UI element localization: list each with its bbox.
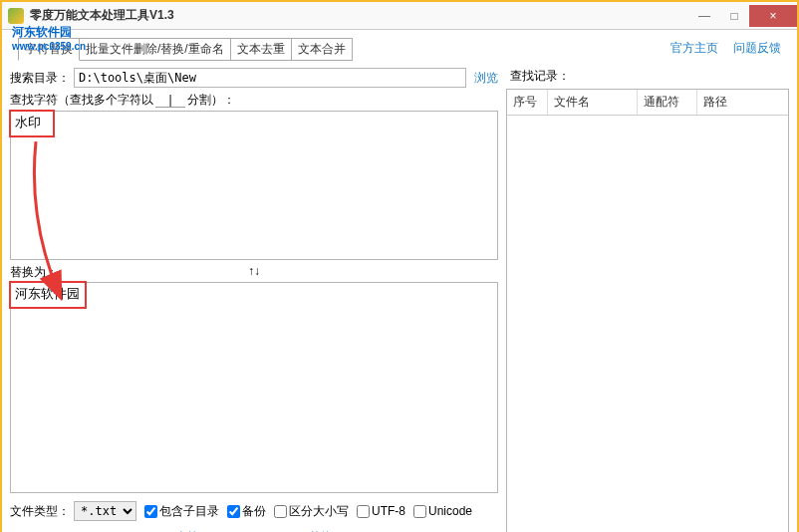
tab-dedup[interactable]: 文本去重 [230,38,292,61]
find-textarea[interactable] [10,111,498,260]
minimize-button[interactable]: — [689,5,719,27]
file-type-label: 文件类型： [10,503,70,520]
tab-batch-file[interactable]: 批量文件删除/替换/重命名 [79,38,231,61]
col-path[interactable]: 路径 [696,90,788,116]
utf8-checkbox[interactable]: UTF-8 [357,504,405,518]
find-hint-left: （查找多个字符以 [58,92,153,109]
replace-label: 替换为： [10,264,58,281]
feedback-link[interactable]: 问题反馈 [733,41,781,55]
find-label: 查找字符 [10,92,58,109]
replace-textarea[interactable] [10,282,498,493]
close-button[interactable]: × [749,5,797,27]
browse-link[interactable]: 浏览 [474,70,498,87]
separator-input[interactable] [155,93,185,108]
records-label: 查找记录： [510,68,789,85]
unicode-checkbox[interactable]: Unicode [413,504,472,518]
col-wildcard[interactable]: 通配符 [637,90,696,116]
backup-checkbox[interactable]: 备份 [227,503,266,520]
title-bar: 零度万能文本处理工具V1.3 — □ × [2,2,797,30]
col-index[interactable]: 序号 [507,90,547,116]
records-table: 序号 文件名 通配符 路径 [507,90,788,116]
records-table-wrap[interactable]: 序号 文件名 通配符 路径 [506,89,789,532]
tab-bar: 字符替换 批量文件删除/替换/重命名 文本去重 文本合并 [18,38,352,61]
window-title: 零度万能文本处理工具V1.3 [30,7,174,24]
col-filename[interactable]: 文件名 [547,90,637,116]
swap-icon[interactable]: ↑↓ [248,264,260,278]
case-sensitive-checkbox[interactable]: 区分大小写 [274,503,349,520]
file-type-select[interactable]: *.txt [74,501,136,521]
tab-merge[interactable]: 文本合并 [291,38,353,61]
find-hint-right: 分割）： [187,92,235,109]
app-icon [8,8,24,24]
official-home-link[interactable]: 官方主页 [670,41,718,55]
include-subdir-checkbox[interactable]: 包含子目录 [144,503,219,520]
tab-char-replace[interactable]: 字符替换 [18,38,80,61]
maximize-button[interactable]: □ [719,5,749,27]
search-dir-input[interactable] [74,68,466,88]
search-dir-label: 搜索目录： [10,70,70,87]
